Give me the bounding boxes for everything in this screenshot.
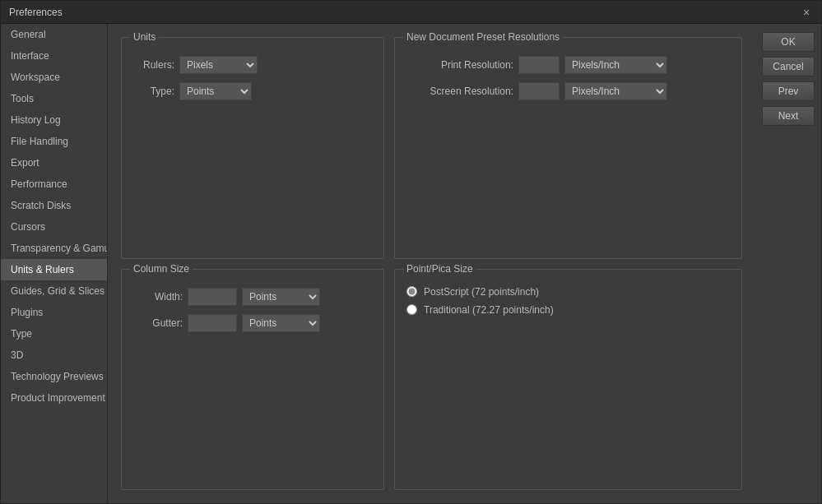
- ok-button[interactable]: OK: [762, 32, 815, 52]
- sidebar-item[interactable]: Transparency & Gamut: [1, 238, 107, 259]
- sidebar-item[interactable]: Guides, Grid & Slices: [1, 280, 107, 302]
- units-section-title: Units: [130, 31, 159, 43]
- width-label: Width:: [133, 291, 183, 303]
- screen-res-input[interactable]: 72: [518, 82, 560, 100]
- traditional-row: Traditional (72.27 points/inch): [406, 304, 730, 316]
- window-title: Preferences: [9, 7, 63, 18]
- sidebar-item[interactable]: File Handling: [1, 131, 107, 152]
- width-input[interactable]: 180: [188, 288, 237, 306]
- top-row: Units Rulers: PixelsInchesCentimetersMil…: [121, 37, 742, 259]
- column-section-title: Column Size: [130, 263, 193, 275]
- sidebar-item[interactable]: Cursors: [1, 216, 107, 238]
- print-res-unit-select[interactable]: Pixels/InchPixels/Centimeter: [564, 56, 667, 74]
- screen-res-row: Screen Resolution: 72 Pixels/InchPixels/…: [406, 82, 730, 100]
- postscript-radio[interactable]: [406, 286, 417, 297]
- sidebar-item[interactable]: Scratch Disks: [1, 195, 107, 216]
- sidebar-item[interactable]: 3D: [1, 344, 107, 366]
- preferences-window: Preferences × GeneralInterfaceWorkspaceT…: [0, 0, 822, 504]
- rulers-row: Rulers: PixelsInchesCentimetersMillimete…: [133, 56, 372, 74]
- cancel-button[interactable]: Cancel: [762, 57, 815, 76]
- screen-res-label: Screen Resolution:: [406, 86, 513, 97]
- gutter-unit-select[interactable]: PointsPixelsInchesCentimetersMillimeters…: [242, 314, 320, 332]
- print-res-input[interactable]: 300: [518, 56, 560, 74]
- next-button[interactable]: Next: [762, 106, 815, 126]
- main-content: GeneralInterfaceWorkspaceToolsHistory Lo…: [1, 24, 821, 503]
- bottom-row: Column Size Width: 180 PointsPixelsInche…: [121, 269, 742, 491]
- action-buttons-panel: OK Cancel Prev Next: [755, 24, 821, 503]
- type-select[interactable]: PointsPixelsMillimeters: [179, 82, 252, 100]
- column-size-section: Column Size Width: 180 PointsPixelsInche…: [121, 269, 384, 491]
- sidebar-item[interactable]: Technology Previews: [1, 366, 107, 387]
- width-row: Width: 180 PointsPixelsInchesCentimeters…: [133, 288, 372, 306]
- print-res-label: Print Resolution:: [406, 59, 513, 71]
- close-button[interactable]: ×: [800, 6, 813, 19]
- new-doc-title: New Document Preset Resolutions: [403, 31, 563, 43]
- main-panel: Units Rulers: PixelsInchesCentimetersMil…: [108, 24, 755, 503]
- prev-button[interactable]: Prev: [762, 81, 815, 101]
- units-section: Units Rulers: PixelsInchesCentimetersMil…: [121, 37, 384, 259]
- sidebar-item[interactable]: Plugins: [1, 302, 107, 323]
- sidebar-item[interactable]: General: [1, 24, 107, 45]
- width-unit-select[interactable]: PointsPixelsInchesCentimetersMillimeters…: [242, 288, 320, 306]
- gutter-input[interactable]: 12: [188, 314, 237, 332]
- sidebar: GeneralInterfaceWorkspaceToolsHistory Lo…: [1, 24, 108, 503]
- screen-res-unit-select[interactable]: Pixels/InchPixels/Centimeter: [564, 82, 667, 100]
- sidebar-item[interactable]: Workspace: [1, 67, 107, 88]
- sidebar-item[interactable]: Interface: [1, 45, 107, 67]
- sidebar-item[interactable]: History Log: [1, 109, 107, 131]
- point-pica-section: Point/Pica Size PostScript (72 points/in…: [394, 269, 742, 491]
- point-section-title: Point/Pica Size: [403, 263, 476, 275]
- sidebar-item[interactable]: Tools: [1, 88, 107, 109]
- traditional-radio[interactable]: [406, 304, 417, 315]
- sidebar-item[interactable]: Type: [1, 323, 107, 344]
- rulers-label: Rulers:: [133, 59, 174, 71]
- postscript-row: PostScript (72 points/inch): [406, 286, 730, 298]
- gutter-row: Gutter: 12 PointsPixelsInchesCentimeters…: [133, 314, 372, 332]
- new-doc-section: New Document Preset Resolutions Print Re…: [394, 37, 742, 259]
- type-label: Type:: [133, 86, 174, 97]
- postscript-label[interactable]: PostScript (72 points/inch): [424, 286, 539, 298]
- type-row: Type: PointsPixelsMillimeters: [133, 82, 372, 100]
- sidebar-item[interactable]: Export: [1, 152, 107, 173]
- rulers-select[interactable]: PixelsInchesCentimetersMillimetersPoints…: [179, 56, 258, 74]
- sidebar-item[interactable]: Performance: [1, 173, 107, 195]
- print-res-row: Print Resolution: 300 Pixels/InchPixels/…: [406, 56, 730, 74]
- title-bar: Preferences ×: [1, 1, 821, 24]
- gutter-label: Gutter:: [133, 317, 183, 329]
- traditional-label[interactable]: Traditional (72.27 points/inch): [424, 304, 554, 316]
- sidebar-item[interactable]: Product Improvement: [1, 387, 107, 409]
- sidebar-item[interactable]: Units & Rulers: [1, 259, 107, 280]
